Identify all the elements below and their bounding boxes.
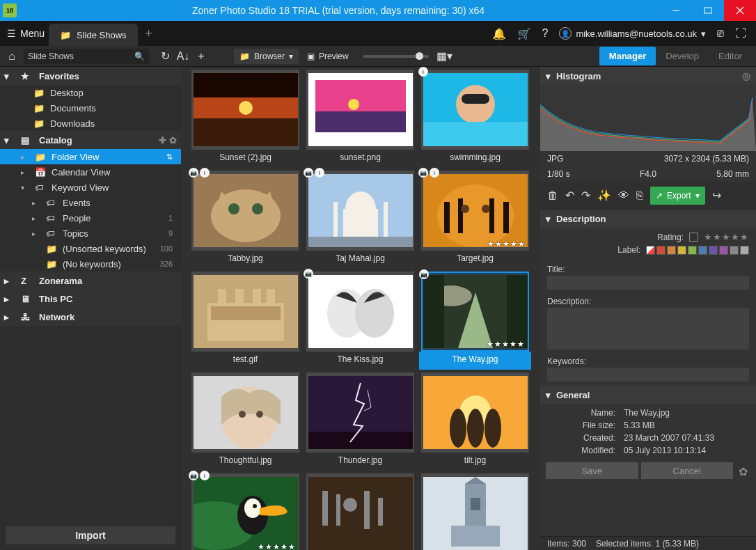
help-icon[interactable]: ?	[542, 27, 549, 40]
magic-button[interactable]: ✨	[597, 189, 611, 202]
import-button[interactable]: Import	[6, 526, 175, 544]
label-color[interactable]	[740, 246, 749, 255]
camera-icon: 📷	[189, 168, 198, 178]
thumbnail[interactable]: test.gif	[189, 272, 301, 370]
export-button[interactable]: ↗Export▾	[650, 187, 705, 205]
thumbnail[interactable]: 📷★★★★★The Way.jpg	[419, 272, 531, 370]
share-button[interactable]: ↪	[712, 189, 721, 202]
tab-editor[interactable]: Editor	[709, 47, 752, 65]
home-button[interactable]: ⌂	[4, 49, 19, 64]
svg-rect-72	[378, 498, 383, 526]
thumbnail[interactable]: 📷i★★★★★Target.jpg	[419, 171, 531, 269]
delete-button[interactable]: 🗑	[547, 189, 558, 202]
thumbnail[interactable]: Sunset (2).jpg	[189, 70, 301, 168]
thumbnail[interactable]: 📷iTaj Mahal.jpg	[304, 171, 416, 269]
thumbnail[interactable]: tilt.jpg	[419, 372, 531, 471]
grid-view-button[interactable]: ▦▾	[437, 49, 452, 64]
keyword-item[interactable]: ▸🏷People1	[0, 210, 181, 226]
label-color[interactable]	[677, 246, 686, 255]
thumbnail[interactable]: sunset.png	[304, 70, 416, 168]
network-header[interactable]: ▸🖧Network	[0, 308, 181, 326]
general-header[interactable]: ▾General	[540, 386, 756, 404]
add-button[interactable]: +	[194, 49, 209, 64]
bell-icon[interactable]: 🔔	[492, 27, 506, 40]
rating-clear-icon[interactable]	[689, 233, 698, 242]
path-box[interactable]: Slide Shows 🔍	[24, 49, 149, 64]
cart-icon[interactable]: 🛒	[517, 27, 531, 40]
thumbnail[interactable]: Tools.jpg	[304, 473, 416, 550]
thumbnail[interactable]: 📷i★★★★★Toco Toucan.jpg	[189, 473, 301, 550]
thumbnail[interactable]: iswimming.jpg	[419, 70, 531, 168]
label-color[interactable]	[656, 246, 666, 255]
label-color[interactable]	[719, 246, 728, 255]
save-button[interactable]: Save	[546, 462, 638, 479]
folder-view-item[interactable]: ▸📁Folder View⇅	[0, 149, 181, 164]
gear-icon[interactable]: ✿	[169, 135, 177, 146]
title-input[interactable]	[547, 276, 749, 290]
zoom-handle[interactable]	[416, 52, 423, 60]
rotate-right-button[interactable]: ↷	[581, 189, 590, 202]
preview-mode-button[interactable]: ▣ Preview	[301, 49, 354, 64]
tab-develop[interactable]: Develop	[656, 47, 709, 65]
record-icon[interactable]: ◎	[742, 70, 750, 81]
menu-button[interactable]: ☰ Menu	[0, 21, 49, 46]
rating-row: Rating:★★★★★	[547, 232, 749, 242]
svg-rect-33	[503, 202, 509, 233]
tag-icon: 🏷	[46, 213, 58, 223]
tab-manager[interactable]: Manager	[599, 47, 656, 65]
label-color[interactable]	[730, 246, 739, 255]
maximize-button[interactable]	[692, 0, 724, 21]
general-label: General	[556, 390, 590, 400]
calendar-view-item[interactable]: ▸📅Calendar View	[0, 164, 181, 180]
svg-point-19	[252, 203, 263, 214]
label-color[interactable]	[709, 246, 718, 255]
keyword-item[interactable]: 📁(No keywords)326	[0, 256, 181, 272]
catalog-header[interactable]: ▾▤Catalog✚✿	[0, 131, 181, 149]
zonerama-header[interactable]: ▸ZZonerama	[0, 272, 181, 290]
eye-button[interactable]: 👁	[618, 189, 629, 202]
keyword-item[interactable]: 📁(Unsorted keywords)100	[0, 241, 181, 256]
favorites-header[interactable]: ▾★Favorites	[0, 67, 181, 85]
keyword-item[interactable]: ▸🏷Events	[0, 195, 181, 210]
refresh-button[interactable]: ↻	[157, 49, 173, 64]
keywords-input[interactable]	[547, 368, 749, 382]
general-key: Created:	[547, 433, 624, 443]
cancel-button[interactable]: Cancel	[641, 462, 734, 479]
browser-mode-button[interactable]: 📁 Browser ▾	[234, 49, 299, 64]
desc-input[interactable]	[547, 308, 749, 349]
description-header[interactable]: ▾Description	[540, 210, 756, 228]
close-button[interactable]	[724, 0, 756, 21]
minimize-button[interactable]	[660, 0, 692, 21]
copy-button[interactable]: ⎘	[636, 189, 643, 202]
right-panel: ▾Histogram◎ JPG3072 x 2304 (5.33 MB) 1/8…	[540, 67, 756, 550]
label-color[interactable]	[667, 246, 676, 255]
thumbnail[interactable]: Thoughtful.jpg	[189, 372, 301, 471]
fullscreen-icon[interactable]: ⛶	[735, 27, 746, 40]
search-icon[interactable]: 🔍	[134, 52, 145, 61]
keyword-view-item[interactable]: ▾🏷Keyword View	[0, 180, 181, 195]
label-color[interactable]	[698, 246, 707, 255]
rotate-left-button[interactable]: ↶	[565, 189, 574, 202]
sort-button[interactable]: A↓	[175, 49, 191, 64]
thumbnail[interactable]: 📷The Kiss.jpg	[304, 272, 416, 370]
user-menu[interactable]: 👤 mike.williams@nuetools.co.uk ▾	[559, 27, 706, 40]
thumbnail[interactable]: tower.jpg	[419, 473, 531, 550]
keyword-item[interactable]: ▸🏷Topics9	[0, 226, 181, 241]
screen-icon[interactable]: ⎚	[717, 27, 724, 40]
label-color[interactable]	[646, 246, 655, 255]
histogram-header[interactable]: ▾Histogram◎	[540, 67, 756, 85]
gear-icon[interactable]: ✿	[736, 462, 750, 481]
favorite-item[interactable]: 📁Desktop	[0, 85, 181, 100]
add-tab-button[interactable]: +	[138, 21, 160, 46]
rating-stars[interactable]: ★★★★★	[704, 232, 749, 242]
label-color[interactable]	[688, 246, 697, 255]
zoom-slider[interactable]	[363, 55, 429, 58]
favorite-item[interactable]: 📁Downloads	[0, 116, 181, 131]
thumbnail[interactable]: 📷iTabby.jpg	[189, 171, 301, 269]
thumbnail-filename: Sunset (2).jpg	[189, 150, 301, 168]
this-pc-header[interactable]: ▸🖥This PC	[0, 290, 181, 308]
thumbnail[interactable]: Thunder.jpg	[304, 372, 416, 471]
settings-icon[interactable]: ✚	[159, 135, 166, 146]
tab-slide-shows[interactable]: 📁 Slide Shows	[49, 24, 138, 46]
favorite-item[interactable]: 📁Documents	[0, 100, 181, 116]
